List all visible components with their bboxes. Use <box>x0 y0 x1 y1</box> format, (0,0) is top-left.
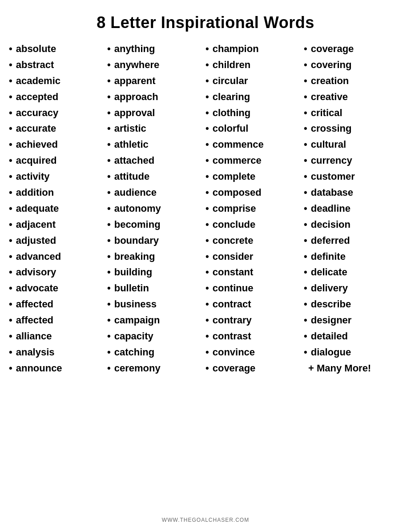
word-text: catching <box>114 345 154 359</box>
word-text: announce <box>16 361 62 375</box>
word-text: definite <box>311 250 346 264</box>
bullet-icon: • <box>9 234 12 248</box>
word-text: anything <box>114 42 155 56</box>
bullet-icon: • <box>107 74 111 88</box>
word-text: deadline <box>311 202 351 216</box>
word-text: convince <box>213 345 255 359</box>
list-item: •composed <box>206 185 304 201</box>
bullet-icon: • <box>206 74 209 88</box>
column-2: •anything•anywhere•apparent•approach•app… <box>107 41 206 510</box>
list-item: •continue <box>206 280 304 296</box>
list-item: •contrary <box>206 312 304 328</box>
word-text: alliance <box>16 329 52 343</box>
bullet-icon: • <box>107 234 111 248</box>
word-text: describe <box>311 297 351 311</box>
word-text: contract <box>213 297 251 311</box>
bullet-icon: • <box>107 90 111 104</box>
list-item: •boundary <box>107 233 206 249</box>
word-text: creation <box>311 74 349 88</box>
list-item: •deadline <box>304 201 402 217</box>
word-text: breaking <box>114 250 155 264</box>
bullet-icon: • <box>304 345 307 359</box>
list-item: •apparent <box>107 73 206 89</box>
list-item: •audience <box>107 185 206 201</box>
bullet-icon: • <box>107 42 111 56</box>
list-item: •comprise <box>206 201 304 217</box>
bullet-icon: • <box>107 345 111 359</box>
word-text: advisory <box>16 265 56 279</box>
bullet-icon: • <box>304 90 307 104</box>
list-item: •creative <box>304 89 402 105</box>
list-item: •delivery <box>304 280 402 296</box>
bullet-icon: • <box>9 42 12 56</box>
word-text: crossing <box>311 121 352 136</box>
word-text: advocate <box>16 281 58 295</box>
word-text: critical <box>311 106 342 120</box>
list-item: •advanced <box>9 249 107 265</box>
bullet-icon: • <box>206 281 209 295</box>
word-text: boundary <box>114 234 159 248</box>
list-item: •adjacent <box>9 217 107 233</box>
list-item: •clothing <box>206 105 304 121</box>
list-item: •achieved <box>9 137 107 153</box>
word-text: deferred <box>311 234 350 248</box>
list-item: •advocate <box>9 280 107 296</box>
word-text: academic <box>16 74 60 88</box>
list-item: •academic <box>9 73 107 89</box>
bullet-icon: • <box>304 169 307 184</box>
word-text: autonomy <box>114 202 161 216</box>
word-text: database <box>311 185 353 200</box>
footer-url: WWW.THEGOALCHASER.COM <box>162 510 249 523</box>
list-item: •database <box>304 185 402 201</box>
bullet-icon: • <box>9 121 12 136</box>
bullet-icon: • <box>206 42 209 56</box>
list-item: •decision <box>304 217 402 233</box>
bullet-icon: • <box>304 265 307 279</box>
list-item: •commence <box>206 137 304 153</box>
list-item: •business <box>107 296 206 312</box>
list-item: •ceremony <box>107 360 206 376</box>
word-text: athletic <box>114 137 149 152</box>
list-item: •addition <box>9 185 107 201</box>
word-text: currency <box>311 153 352 168</box>
word-text: affected <box>16 313 53 327</box>
list-item: •capacity <box>107 328 206 344</box>
list-item: •deferred <box>304 233 402 249</box>
bullet-icon: • <box>9 345 12 359</box>
word-text: abstract <box>16 58 54 72</box>
list-item: •attitude <box>107 169 206 185</box>
word-text: designer <box>311 313 352 327</box>
list-item: •athletic <box>107 137 206 153</box>
word-text: addition <box>16 185 54 200</box>
bullet-icon: • <box>304 202 307 216</box>
bullet-icon: • <box>206 58 209 72</box>
list-item: •announce <box>9 360 107 376</box>
list-item: •advisory <box>9 264 107 280</box>
list-item: •approval <box>107 105 206 121</box>
list-item: •commerce <box>206 153 304 169</box>
list-item: •delicate <box>304 264 402 280</box>
column-3: •champion•children•circular•clearing•clo… <box>206 41 304 510</box>
word-text: comprise <box>213 202 256 216</box>
bullet-icon: • <box>9 265 12 279</box>
bullet-icon: • <box>9 361 12 375</box>
word-text: affected <box>16 297 53 311</box>
list-item: •approach <box>107 89 206 105</box>
bullet-icon: • <box>107 218 111 232</box>
list-item: •cultural <box>304 137 402 153</box>
list-item: •consider <box>206 249 304 265</box>
bullet-icon: • <box>107 297 111 311</box>
word-text: audience <box>114 185 157 200</box>
bullet-icon: • <box>107 169 111 184</box>
page-title: 8 Letter Inspirational Words <box>97 13 314 32</box>
word-text: ceremony <box>114 361 161 375</box>
bullet-icon: • <box>304 121 307 136</box>
list-item: •anything <box>107 41 206 57</box>
list-item: •analysis <box>9 344 107 360</box>
list-item: •artistic <box>107 121 206 137</box>
bullet-icon: • <box>107 137 111 152</box>
list-item: •attached <box>107 153 206 169</box>
bullet-icon: • <box>107 121 111 136</box>
bullet-icon: • <box>9 137 12 152</box>
word-text: coverage <box>311 42 354 56</box>
